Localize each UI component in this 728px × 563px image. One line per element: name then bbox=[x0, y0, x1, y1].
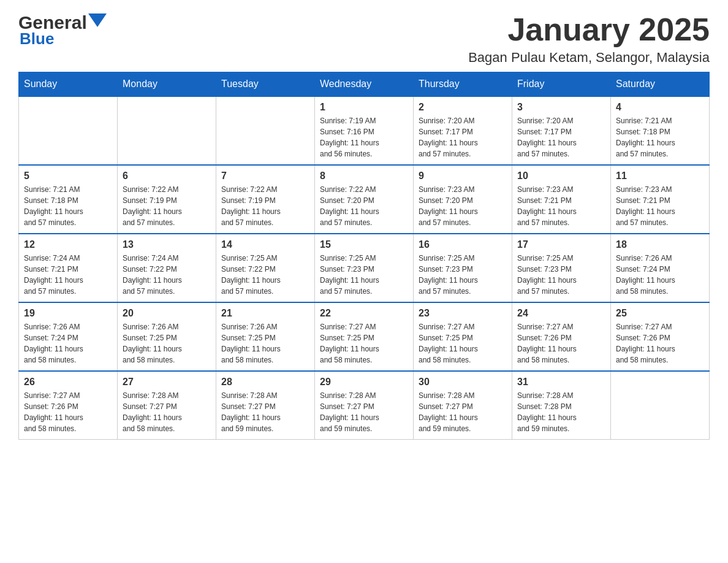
calendar-title: January 2025 bbox=[468, 12, 710, 47]
weekday-header-wednesday: Wednesday bbox=[315, 72, 414, 97]
calendar-cell: 28Sunrise: 7:28 AM Sunset: 7:27 PM Dayli… bbox=[216, 371, 315, 440]
calendar-cell: 6Sunrise: 7:22 AM Sunset: 7:19 PM Daylig… bbox=[118, 165, 216, 234]
day-number: 7 bbox=[221, 170, 309, 182]
calendar-cell: 25Sunrise: 7:27 AM Sunset: 7:26 PM Dayli… bbox=[611, 302, 710, 371]
calendar-cell: 27Sunrise: 7:28 AM Sunset: 7:27 PM Dayli… bbox=[118, 371, 216, 440]
day-number: 15 bbox=[320, 239, 408, 250]
day-number: 1 bbox=[320, 102, 408, 113]
week-row-5: 26Sunrise: 7:27 AM Sunset: 7:26 PM Dayli… bbox=[19, 371, 710, 440]
calendar-cell bbox=[19, 96, 118, 165]
calendar-cell: 29Sunrise: 7:28 AM Sunset: 7:27 PM Dayli… bbox=[315, 371, 414, 440]
day-info: Sunrise: 7:23 AM Sunset: 7:21 PM Dayligh… bbox=[517, 184, 605, 228]
day-info: Sunrise: 7:23 AM Sunset: 7:20 PM Dayligh… bbox=[419, 184, 507, 228]
day-info: Sunrise: 7:27 AM Sunset: 7:25 PM Dayligh… bbox=[320, 321, 408, 366]
calendar-cell: 3Sunrise: 7:20 AM Sunset: 7:17 PM Daylig… bbox=[512, 96, 611, 165]
day-info: Sunrise: 7:25 AM Sunset: 7:23 PM Dayligh… bbox=[419, 253, 507, 297]
calendar-cell: 12Sunrise: 7:24 AM Sunset: 7:21 PM Dayli… bbox=[19, 234, 118, 302]
logo-blue-text: Blue bbox=[20, 29, 54, 48]
calendar-cell: 10Sunrise: 7:23 AM Sunset: 7:21 PM Dayli… bbox=[512, 165, 611, 234]
day-info: Sunrise: 7:25 AM Sunset: 7:23 PM Dayligh… bbox=[320, 253, 408, 297]
day-number: 18 bbox=[616, 239, 704, 250]
day-info: Sunrise: 7:20 AM Sunset: 7:17 PM Dayligh… bbox=[419, 115, 507, 159]
day-info: Sunrise: 7:27 AM Sunset: 7:26 PM Dayligh… bbox=[517, 321, 605, 366]
calendar-cell: 2Sunrise: 7:20 AM Sunset: 7:17 PM Daylig… bbox=[414, 96, 512, 165]
day-info: Sunrise: 7:26 AM Sunset: 7:25 PM Dayligh… bbox=[123, 321, 211, 366]
logo: General Blue bbox=[18, 12, 107, 48]
day-number: 8 bbox=[320, 170, 408, 182]
day-info: Sunrise: 7:19 AM Sunset: 7:16 PM Dayligh… bbox=[320, 115, 408, 159]
day-info: Sunrise: 7:26 AM Sunset: 7:24 PM Dayligh… bbox=[24, 321, 112, 366]
day-info: Sunrise: 7:28 AM Sunset: 7:28 PM Dayligh… bbox=[517, 390, 605, 434]
week-row-4: 19Sunrise: 7:26 AM Sunset: 7:24 PM Dayli… bbox=[19, 302, 710, 371]
day-info: Sunrise: 7:26 AM Sunset: 7:25 PM Dayligh… bbox=[221, 321, 309, 366]
header: General Blue January 2025 Bagan Pulau Ke… bbox=[18, 12, 710, 66]
weekday-header-friday: Friday bbox=[512, 72, 611, 97]
title-section: January 2025 Bagan Pulau Ketam, Selangor… bbox=[468, 12, 710, 66]
calendar-cell: 7Sunrise: 7:22 AM Sunset: 7:19 PM Daylig… bbox=[216, 165, 315, 234]
day-number: 6 bbox=[123, 170, 211, 182]
day-number: 31 bbox=[517, 377, 605, 388]
calendar-cell: 15Sunrise: 7:25 AM Sunset: 7:23 PM Dayli… bbox=[315, 234, 414, 302]
calendar-cell: 1Sunrise: 7:19 AM Sunset: 7:16 PM Daylig… bbox=[315, 96, 414, 165]
calendar-cell: 9Sunrise: 7:23 AM Sunset: 7:20 PM Daylig… bbox=[414, 165, 512, 234]
calendar-cell: 13Sunrise: 7:24 AM Sunset: 7:22 PM Dayli… bbox=[118, 234, 216, 302]
day-number: 22 bbox=[320, 308, 408, 319]
weekday-header-tuesday: Tuesday bbox=[216, 72, 315, 97]
day-info: Sunrise: 7:28 AM Sunset: 7:27 PM Dayligh… bbox=[221, 390, 309, 434]
calendar-cell: 18Sunrise: 7:26 AM Sunset: 7:24 PM Dayli… bbox=[611, 234, 710, 302]
day-number: 27 bbox=[123, 377, 211, 388]
day-info: Sunrise: 7:27 AM Sunset: 7:26 PM Dayligh… bbox=[24, 390, 112, 434]
day-info: Sunrise: 7:27 AM Sunset: 7:25 PM Dayligh… bbox=[419, 321, 507, 366]
day-number: 12 bbox=[24, 239, 112, 250]
calendar-cell: 30Sunrise: 7:28 AM Sunset: 7:27 PM Dayli… bbox=[414, 371, 512, 440]
calendar-cell bbox=[216, 96, 315, 165]
calendar-cell: 5Sunrise: 7:21 AM Sunset: 7:18 PM Daylig… bbox=[19, 165, 118, 234]
day-info: Sunrise: 7:28 AM Sunset: 7:27 PM Dayligh… bbox=[419, 390, 507, 434]
day-number: 19 bbox=[24, 308, 112, 319]
week-row-1: 1Sunrise: 7:19 AM Sunset: 7:16 PM Daylig… bbox=[19, 96, 710, 165]
calendar-cell: 31Sunrise: 7:28 AM Sunset: 7:28 PM Dayli… bbox=[512, 371, 611, 440]
svg-marker-0 bbox=[88, 13, 107, 27]
logo-triangle-icon bbox=[88, 13, 107, 32]
calendar-cell: 8Sunrise: 7:22 AM Sunset: 7:20 PM Daylig… bbox=[315, 165, 414, 234]
calendar-cell: 21Sunrise: 7:26 AM Sunset: 7:25 PM Dayli… bbox=[216, 302, 315, 371]
day-number: 11 bbox=[616, 170, 704, 182]
day-info: Sunrise: 7:20 AM Sunset: 7:17 PM Dayligh… bbox=[517, 115, 605, 159]
calendar-cell: 23Sunrise: 7:27 AM Sunset: 7:25 PM Dayli… bbox=[414, 302, 512, 371]
calendar-cell: 16Sunrise: 7:25 AM Sunset: 7:23 PM Dayli… bbox=[414, 234, 512, 302]
day-info: Sunrise: 7:27 AM Sunset: 7:26 PM Dayligh… bbox=[616, 321, 704, 366]
day-number: 26 bbox=[24, 377, 112, 388]
weekday-header-sunday: Sunday bbox=[19, 72, 118, 97]
day-info: Sunrise: 7:22 AM Sunset: 7:19 PM Dayligh… bbox=[123, 184, 211, 228]
calendar-cell: 14Sunrise: 7:25 AM Sunset: 7:22 PM Dayli… bbox=[216, 234, 315, 302]
calendar-cell: 22Sunrise: 7:27 AM Sunset: 7:25 PM Dayli… bbox=[315, 302, 414, 371]
day-info: Sunrise: 7:24 AM Sunset: 7:22 PM Dayligh… bbox=[123, 253, 211, 297]
day-info: Sunrise: 7:25 AM Sunset: 7:22 PM Dayligh… bbox=[221, 253, 309, 297]
day-info: Sunrise: 7:25 AM Sunset: 7:23 PM Dayligh… bbox=[517, 253, 605, 297]
calendar-cell bbox=[611, 371, 710, 440]
day-info: Sunrise: 7:22 AM Sunset: 7:19 PM Dayligh… bbox=[221, 184, 309, 228]
day-number: 30 bbox=[419, 377, 507, 388]
day-number: 29 bbox=[320, 377, 408, 388]
day-number: 25 bbox=[616, 308, 704, 319]
day-number: 14 bbox=[221, 239, 309, 250]
day-info: Sunrise: 7:28 AM Sunset: 7:27 PM Dayligh… bbox=[320, 390, 408, 434]
day-info: Sunrise: 7:28 AM Sunset: 7:27 PM Dayligh… bbox=[123, 390, 211, 434]
day-number: 20 bbox=[123, 308, 211, 319]
day-number: 10 bbox=[517, 170, 605, 182]
calendar-cell: 20Sunrise: 7:26 AM Sunset: 7:25 PM Dayli… bbox=[118, 302, 216, 371]
calendar-cell: 26Sunrise: 7:27 AM Sunset: 7:26 PM Dayli… bbox=[19, 371, 118, 440]
calendar-cell: 4Sunrise: 7:21 AM Sunset: 7:18 PM Daylig… bbox=[611, 96, 710, 165]
day-number: 2 bbox=[419, 102, 507, 113]
day-number: 5 bbox=[24, 170, 112, 182]
calendar-cell: 17Sunrise: 7:25 AM Sunset: 7:23 PM Dayli… bbox=[512, 234, 611, 302]
day-number: 24 bbox=[517, 308, 605, 319]
week-row-2: 5Sunrise: 7:21 AM Sunset: 7:18 PM Daylig… bbox=[19, 165, 710, 234]
weekday-header-row: SundayMondayTuesdayWednesdayThursdayFrid… bbox=[19, 72, 710, 97]
day-number: 13 bbox=[123, 239, 211, 250]
day-number: 9 bbox=[419, 170, 507, 182]
calendar-subtitle: Bagan Pulau Ketam, Selangor, Malaysia bbox=[468, 50, 710, 66]
day-number: 23 bbox=[419, 308, 507, 319]
day-info: Sunrise: 7:23 AM Sunset: 7:21 PM Dayligh… bbox=[616, 184, 704, 228]
weekday-header-thursday: Thursday bbox=[414, 72, 512, 97]
